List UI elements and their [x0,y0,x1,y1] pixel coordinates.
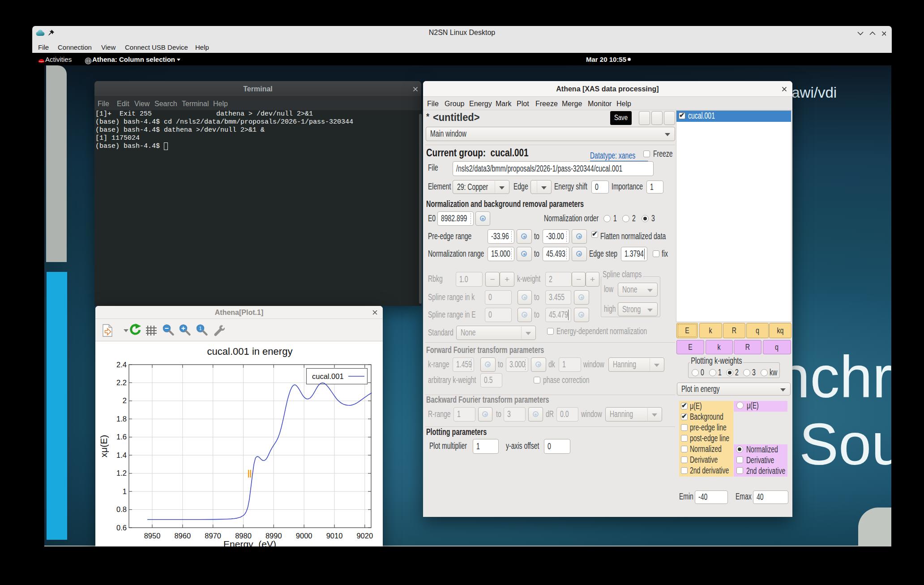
svg-text:1.8: 1.8 [116,415,127,423]
svg-text:9010: 9010 [326,532,343,540]
svg-text:9000: 9000 [296,532,312,540]
svg-text:cucal.001: cucal.001 [312,372,344,380]
svg-text:1.2: 1.2 [116,469,127,477]
svg-text:cucal.001 in energy: cucal.001 in energy [207,346,293,357]
svg-text:2: 2 [123,396,127,404]
svg-text:1: 1 [123,487,127,495]
svg-text:2.2: 2.2 [116,379,127,387]
svg-text:0.8: 0.8 [116,505,127,513]
svg-text:xμ(E): xμ(E) [98,435,109,458]
svg-text:8960: 8960 [174,532,191,540]
svg-text:Energy (eV): Energy (eV) [223,539,276,546]
svg-text:8950: 8950 [144,532,161,540]
svg-text:1.4: 1.4 [116,451,127,459]
svg-text:8970: 8970 [205,532,221,540]
svg-text:1: 1 [199,326,202,331]
svg-text:1.6: 1.6 [116,433,127,441]
svg-text:2.4: 2.4 [116,361,127,369]
svg-text:0.6: 0.6 [116,524,127,532]
svg-text:9020: 9020 [356,532,373,540]
